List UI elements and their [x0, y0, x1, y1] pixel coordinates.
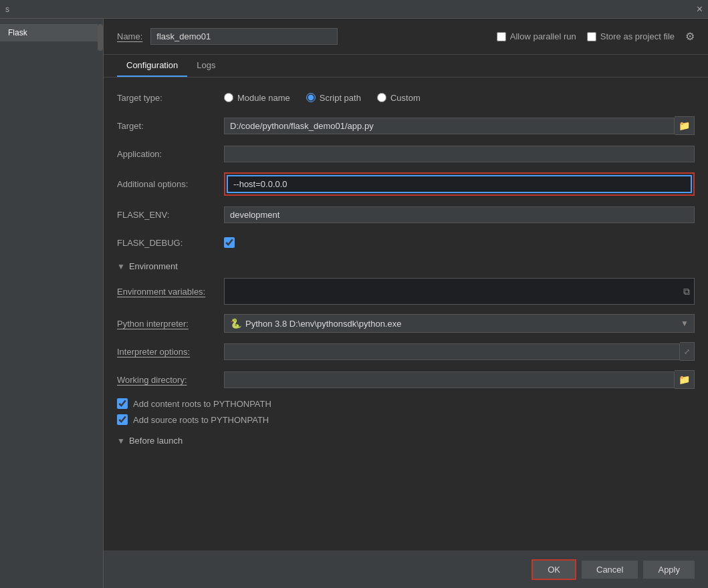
radio-module-input[interactable] [224, 93, 233, 102]
flask-env-label: FLASK_ENV: [117, 210, 224, 220]
gear-icon[interactable]: ⚙ [685, 30, 695, 43]
footer: OK Cancel Apply [104, 551, 708, 588]
add-source-roots-option: Add source roots to PYTHONPATH [117, 414, 695, 425]
working-directory-input[interactable] [224, 372, 675, 388]
add-content-roots-option: Add content roots to PYTHONPATH [117, 398, 695, 409]
env-vars-box[interactable]: ⧉ [224, 278, 695, 305]
copy-icon[interactable]: ⧉ [683, 286, 690, 297]
name-label: Name: [117, 31, 142, 41]
folder-icon[interactable]: 📁 [675, 116, 695, 135]
apply-button[interactable]: Apply [643, 561, 695, 579]
additional-options-label: Additional options: [117, 179, 224, 189]
target-row: Target: 📁 [117, 116, 695, 135]
sidebar-item-flask[interactable]: Flask [0, 24, 103, 41]
sidebar-scrollbar[interactable] [98, 24, 103, 51]
radio-custom[interactable]: Custom [377, 93, 421, 103]
radio-module-name[interactable]: Module name [224, 93, 290, 103]
ok-button[interactable]: OK [532, 559, 576, 580]
add-content-roots-checkbox[interactable] [117, 398, 128, 409]
python-interpreter-row: Python interpreter: 🐍 Python 3.8 D:\env\… [117, 314, 695, 333]
radio-script-path[interactable]: Script path [306, 93, 361, 103]
expand-icon[interactable]: ⤢ [680, 342, 695, 361]
chevron-down-icon[interactable]: ▼ [117, 262, 125, 271]
store-project-checkbox[interactable]: Store as project file [587, 31, 675, 41]
target-input[interactable] [224, 118, 675, 134]
radio-custom-input[interactable] [377, 93, 386, 102]
radio-script-input[interactable] [306, 93, 316, 102]
target-label: Target: [117, 121, 224, 131]
interpreter-options-row: Interpreter options: ⤢ [117, 342, 695, 361]
interpreter-options-input[interactable] [224, 343, 680, 360]
python-interpreter-label: Python interpreter: [117, 319, 224, 329]
interpreter-select[interactable]: 🐍 Python 3.8 D:\env\pythonsdk\python.exe… [224, 314, 695, 333]
target-type-label: Target type: [117, 93, 224, 103]
dialog-title: s [5, 5, 9, 14]
target-type-radios: Module name Script path Custom [224, 93, 695, 103]
name-input[interactable] [150, 28, 338, 45]
additional-options-row: Additional options: [117, 172, 695, 196]
flask-debug-row: FLASK_DEBUG: [117, 233, 695, 252]
header-row: Name: Allow parallel run Store as projec… [104, 19, 708, 55]
env-vars-label: Environment variables: [117, 287, 224, 297]
allow-parallel-checkbox[interactable]: Allow parallel run [497, 31, 576, 41]
env-vars-row: Environment variables: ⧉ [117, 278, 695, 305]
allow-parallel-check[interactable] [497, 32, 506, 41]
folder-icon[interactable]: 📁 [675, 370, 695, 389]
chevron-down-icon[interactable]: ▼ [117, 436, 125, 446]
tab-configuration[interactable]: Configuration [117, 55, 187, 77]
close-icon[interactable]: × [697, 4, 703, 15]
environment-section-header: ▼ Environment [117, 261, 695, 271]
tab-logs[interactable]: Logs [187, 55, 225, 77]
chevron-down-icon: ▼ [681, 319, 689, 328]
application-input[interactable] [224, 146, 695, 162]
additional-options-input[interactable] [227, 175, 692, 193]
tab-bar: Configuration Logs [104, 55, 708, 78]
application-label: Application: [117, 149, 224, 159]
cancel-button[interactable]: Cancel [582, 561, 638, 579]
flask-env-input[interactable] [224, 206, 695, 223]
flask-debug-label: FLASK_DEBUG: [117, 238, 224, 248]
add-source-roots-checkbox[interactable] [117, 414, 128, 425]
working-directory-label: Working directory: [117, 375, 224, 385]
application-row: Application: [117, 144, 695, 163]
working-directory-row: Working directory: 📁 [117, 370, 695, 389]
flask-env-row: FLASK_ENV: [117, 205, 695, 224]
python-icon: 🐍 [230, 318, 241, 329]
flask-debug-checkbox[interactable] [224, 237, 235, 248]
before-launch-section: ▼ Before launch [117, 436, 695, 446]
store-project-check[interactable] [587, 32, 596, 41]
interpreter-options-label: Interpreter options: [117, 347, 224, 357]
target-type-row: Target type: Module name Script path Cus… [117, 88, 695, 107]
